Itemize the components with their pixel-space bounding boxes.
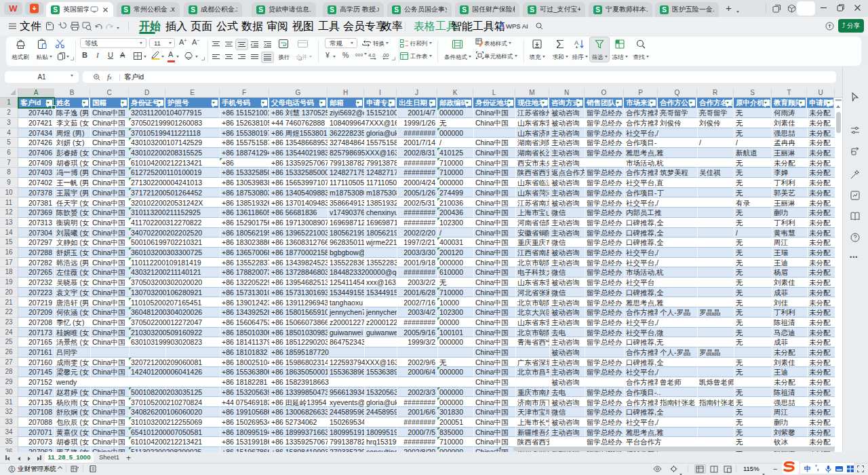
svg-text:.00: .00 <box>382 52 389 58</box>
svg-text:W: W <box>9 3 18 14</box>
svg-text:4.0: 4.0 <box>368 52 375 58</box>
svg-text:A: A <box>574 39 578 46</box>
